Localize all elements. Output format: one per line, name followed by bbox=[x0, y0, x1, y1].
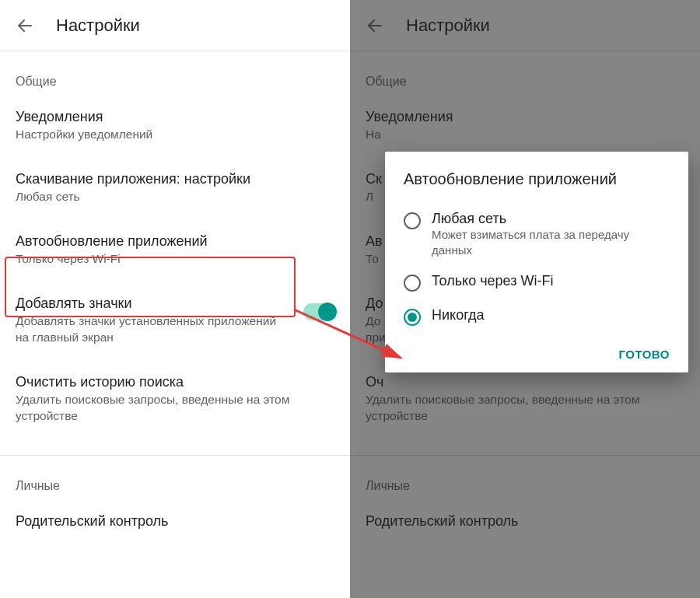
item-title: Скачивание приложения: настройки bbox=[16, 171, 334, 187]
item-sub: Только через Wi-Fi bbox=[16, 251, 334, 268]
screen-settings-left: Настройки Общие Уведомления Настройки ув… bbox=[0, 0, 350, 598]
radio-label: Любая сеть bbox=[432, 211, 670, 227]
item-title: Уведомления bbox=[16, 109, 334, 125]
radio-option-never[interactable]: Никогда bbox=[404, 299, 670, 334]
item-title: Очистить историю поиска bbox=[16, 374, 334, 390]
app-bar: Настройки bbox=[0, 0, 350, 51]
radio-option-wifi-only[interactable]: Только через Wi-Fi bbox=[404, 265, 670, 299]
radio-label: Никогда bbox=[432, 307, 484, 323]
item-sub: Любая сеть bbox=[16, 189, 334, 205]
dialog-title: Автообновление приложений bbox=[404, 169, 670, 189]
page-title: Настройки bbox=[56, 16, 140, 36]
item-auto-update[interactable]: Автообновление приложений Только через W… bbox=[0, 219, 350, 282]
item-notifications[interactable]: Уведомления Настройки уведомлений bbox=[0, 95, 350, 157]
section-label-general: Общие bbox=[0, 51, 350, 95]
radio-icon bbox=[404, 275, 421, 292]
item-add-icons[interactable]: Добавлять значки Добавлять значки устано… bbox=[0, 282, 350, 360]
back-arrow-icon[interactable] bbox=[16, 16, 34, 35]
section-label-personal: Личные bbox=[0, 456, 350, 499]
switch-add-icons[interactable] bbox=[303, 303, 334, 320]
radio-sub: Может взиматься плата за передачу данных bbox=[432, 227, 670, 257]
item-sub: Добавлять значки установленных приложени… bbox=[16, 313, 291, 346]
dialog-confirm-button[interactable]: Готово bbox=[618, 348, 670, 361]
dialog-auto-update: Автообновление приложений Любая сеть Мож… bbox=[385, 152, 688, 372]
item-clear-search-history[interactable]: Очистить историю поиска Удалить поисковы… bbox=[0, 360, 350, 439]
radio-icon bbox=[404, 309, 421, 326]
item-title: Автообновление приложений bbox=[16, 233, 334, 250]
item-download-prefs[interactable]: Скачивание приложения: настройки Любая с… bbox=[0, 157, 350, 219]
item-title: Родительский контроль bbox=[16, 513, 334, 530]
radio-label: Только через Wi-Fi bbox=[432, 273, 553, 289]
item-parental-control[interactable]: Родительский контроль bbox=[0, 499, 350, 531]
item-sub: Настройки уведомлений bbox=[16, 127, 334, 143]
radio-option-any-network[interactable]: Любая сеть Может взиматься плата за пере… bbox=[404, 203, 670, 265]
item-title: Добавлять значки bbox=[16, 296, 291, 312]
radio-icon bbox=[404, 212, 421, 229]
item-sub: Удалить поисковые запросы, введенные на … bbox=[16, 392, 334, 425]
screen-settings-right: Настройки Общие Уведомления На Ск Л Ав Т… bbox=[350, 0, 700, 598]
